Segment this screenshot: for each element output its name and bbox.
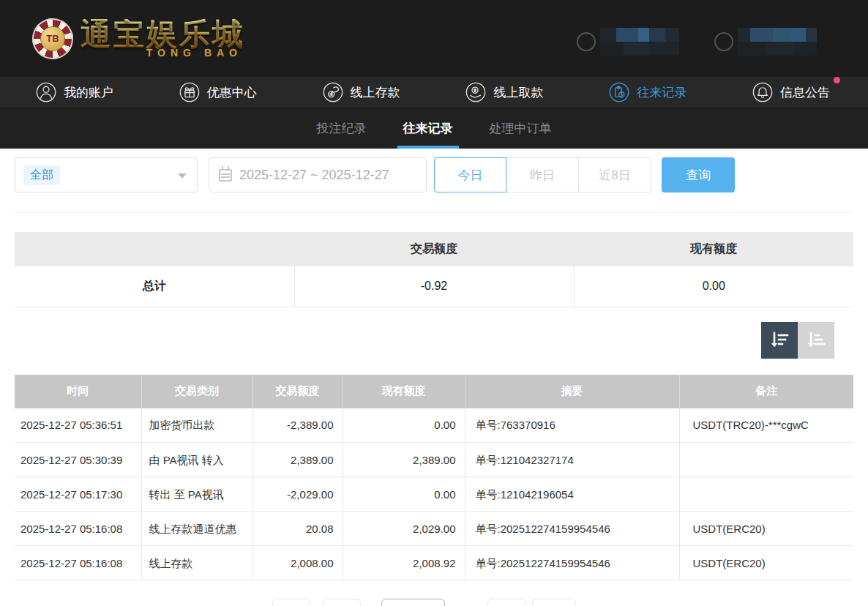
cell-balance: 0.00 <box>343 408 465 443</box>
query-button[interactable]: 查询 <box>662 157 735 192</box>
nav-item-online-deposit[interactable]: 线上存款 <box>322 81 400 103</box>
today-button[interactable]: 今日 <box>434 157 506 192</box>
pagination-bar <box>0 599 868 606</box>
nav-item-label: 信息公告 <box>780 84 830 101</box>
cell-time: 2025-12-27 05:30:39 <box>15 443 141 477</box>
cell-balance: 2,008.92 <box>343 546 465 580</box>
pagination-button-3[interactable] <box>381 599 445 606</box>
cell-type: 由 PA视讯 转入 <box>141 443 252 477</box>
tab-label: 投注纪录 <box>317 120 367 137</box>
pagination-button-5[interactable] <box>532 599 576 606</box>
calendar-icon <box>219 169 232 182</box>
notification-dot <box>834 77 840 83</box>
transactions-body: 2025-12-27 05:36:51加密货币出款-2,389.000.00单号… <box>15 408 853 580</box>
table-row: 2025-12-27 05:30:39由 PA视讯 转入2,389.002,38… <box>15 443 853 477</box>
withdraw-coin-hand-icon <box>465 81 487 103</box>
nav-item-label: 优惠中心 <box>207 84 257 101</box>
nav-item-promotions[interactable]: 优惠中心 <box>179 81 257 103</box>
cell-summary: 单号:763370916 <box>465 408 679 443</box>
summary-table: 交易额度 现有额度 总计 -0.92 0.00 <box>15 232 853 307</box>
nav-item-label: 线上存款 <box>351 84 400 101</box>
yesterday-button[interactable]: 昨日 <box>506 157 579 192</box>
nav-item-online-withdrawal[interactable]: 线上取款 <box>465 81 543 103</box>
nav-item-my-account[interactable]: 我的账户 <box>35 81 113 103</box>
tab-transaction-records[interactable]: 往来记录 <box>400 108 456 149</box>
sort-ascending-button[interactable] <box>798 322 834 359</box>
tab-processing-orders[interactable]: 处理中订单 <box>487 108 555 149</box>
deposit-coin-hand-icon <box>322 81 344 103</box>
summary-transaction-total: -0.92 <box>294 266 574 307</box>
cell-time: 2025-12-27 05:16:08 <box>15 546 141 580</box>
casino-chip-icon: TB <box>32 18 73 59</box>
main-navigation: 我的账户 优惠中心 线上存款 线上取款 往来记录 <box>0 77 868 108</box>
sort-descending-button[interactable] <box>761 322 798 359</box>
user-circle-icon <box>714 32 733 51</box>
table-row: 2025-12-27 05:17:30转出 至 PA视讯-2,029.000.0… <box>15 477 853 512</box>
sort-ascending-icon <box>805 329 827 351</box>
cell-summary: 单号:121042327174 <box>465 443 679 477</box>
account-info-area <box>577 28 817 56</box>
redacted-text-block <box>600 28 679 56</box>
cell-type: 线上存款通道优惠 <box>141 512 252 546</box>
quick-date-group: 今日 昨日 近8日 <box>434 157 651 192</box>
date-range-input[interactable]: 2025-12-27 ~ 2025-12-27 <box>209 157 427 192</box>
nav-item-announcements[interactable]: 信息公告 <box>752 81 830 103</box>
cell-summary: 单号:121042196054 <box>465 477 679 512</box>
redacted-text-block <box>738 28 817 56</box>
bell-icon <box>752 81 774 103</box>
header-balance: 现有额度 <box>343 375 465 408</box>
pagination-button-2[interactable] <box>323 599 361 606</box>
transaction-type-select[interactable]: 全部 <box>15 157 198 192</box>
brand-title: 通宝娱乐城 TONG BAO <box>81 19 245 59</box>
summary-total-label: 总计 <box>15 266 294 307</box>
selected-type-chip: 全部 <box>23 165 60 185</box>
summary-header-empty <box>15 232 294 266</box>
chip-monogram: TB <box>40 26 65 51</box>
brand-name-cn: 通宝娱乐城 <box>81 19 245 50</box>
header-summary: 摘要 <box>465 375 679 408</box>
cell-time: 2025-12-27 05:16:08 <box>15 512 141 546</box>
brand-name-en: TONG BAO <box>146 47 245 59</box>
summary-total-row: 总计 -0.92 0.00 <box>15 266 853 307</box>
cell-type: 线上存款 <box>141 546 252 580</box>
transactions-header-row: 时间 交易类别 交易额度 现有额度 摘要 备注 <box>15 375 853 408</box>
nav-item-label: 线上取款 <box>493 84 543 101</box>
pagination-button-1[interactable] <box>272 599 310 606</box>
cell-remark: USDT(ERC20) <box>679 512 853 546</box>
table-row: 2025-12-27 05:36:51加密货币出款-2,389.000.00单号… <box>15 408 853 443</box>
filter-bar: 全部 2025-12-27 ~ 2025-12-27 今日 昨日 近8日 查询 <box>15 157 853 213</box>
sort-descending-icon <box>768 329 790 351</box>
last-8-days-button[interactable]: 近8日 <box>579 157 651 192</box>
redacted-account-info-1 <box>577 28 679 56</box>
sub-navigation: 投注纪录 往来记录 处理中订单 <box>0 108 868 149</box>
header-amount: 交易额度 <box>252 375 343 408</box>
cell-amount: 2,389.00 <box>252 443 343 477</box>
tab-betting-records[interactable]: 投注纪录 <box>314 108 370 149</box>
summary-header-balance: 现有额度 <box>574 232 853 266</box>
header-time: 时间 <box>15 375 141 408</box>
pagination-button-4[interactable] <box>487 599 525 606</box>
cell-time: 2025-12-27 05:17:30 <box>15 477 141 512</box>
summary-balance-total: 0.00 <box>574 266 853 307</box>
cell-amount: -2,389.00 <box>252 408 343 443</box>
cell-amount: 20.08 <box>252 512 343 546</box>
summary-header-row: 交易额度 现有额度 <box>15 232 853 266</box>
header-type: 交易类别 <box>141 375 252 408</box>
cell-amount: -2,029.00 <box>252 477 343 512</box>
brand-logo[interactable]: TB 通宝娱乐城 TONG BAO <box>32 18 245 59</box>
tab-label: 处理中订单 <box>490 120 552 137</box>
redacted-account-info-2 <box>714 28 817 56</box>
nav-item-transaction-records[interactable]: 往来记录 <box>608 81 686 103</box>
table-row: 2025-12-27 05:16:08线上存款通道优惠20.082,029.00… <box>15 512 853 546</box>
date-range-value: 2025-12-27 ~ 2025-12-27 <box>239 168 389 183</box>
transactions-table: 时间 交易类别 交易额度 现有额度 摘要 备注 2025-12-27 05:36… <box>15 375 853 581</box>
cell-amount: 2,008.00 <box>252 546 343 580</box>
cell-balance: 2,029.00 <box>343 512 465 546</box>
summary-header-transaction: 交易额度 <box>294 232 574 266</box>
top-header: TB 通宝娱乐城 TONG BAO <box>0 0 868 77</box>
chevron-down-icon <box>178 173 187 179</box>
nav-item-label: 我的账户 <box>64 84 113 101</box>
cell-type: 加密货币出款 <box>141 408 252 443</box>
cell-summary: 单号:202512274159954546 <box>465 546 679 580</box>
header-remark: 备注 <box>679 375 853 408</box>
